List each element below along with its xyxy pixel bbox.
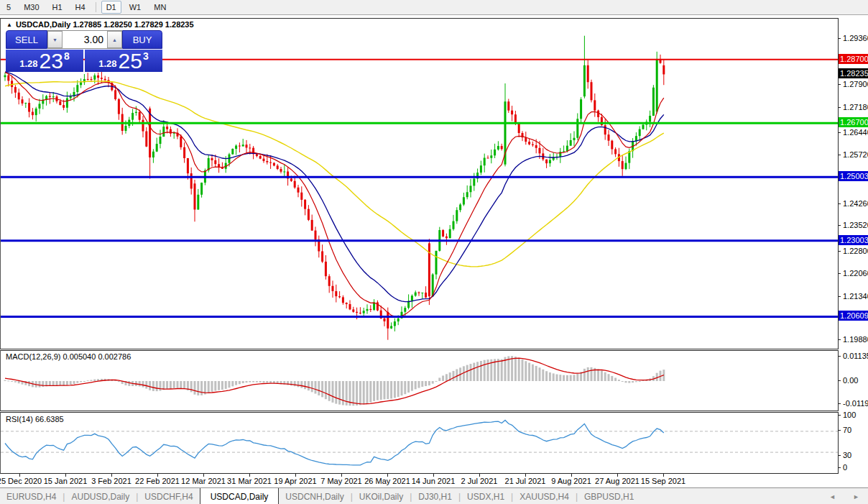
rsi-panel[interactable] — [0, 412, 839, 474]
chart-tab-gbpusd-h1[interactable]: GBPUSD,H1 — [578, 488, 640, 504]
macd-bar — [556, 375, 558, 381]
candle-body — [456, 210, 458, 221]
buy-price-button[interactable]: 1.28 25 3 — [85, 50, 162, 72]
price-tick — [838, 415, 841, 416]
chart-tab-eurusd-h4[interactable]: EURUSD,H4 — [0, 488, 63, 504]
candle-body — [649, 116, 651, 122]
candle-body — [639, 129, 641, 137]
ma-fast-line — [5, 73, 664, 317]
mt4-window: 5M30H1H4D1W1MN ▲USDCAD,Daily 1.27885 1.2… — [0, 0, 868, 504]
candle-body — [356, 312, 358, 313]
collapse-panel-icon[interactable]: ▲ — [6, 22, 12, 28]
timeframe-button-d1[interactable]: D1 — [101, 1, 121, 14]
date-axis[interactable]: 25 Dec 202015 Jan 20213 Feb 202122 Feb 2… — [0, 474, 839, 487]
candle-body — [93, 75, 96, 80]
timeframe-button-m30[interactable]: M30 — [19, 1, 44, 14]
macd-bar — [28, 381, 30, 386]
chart-tab-usdcad-daily[interactable]: USDCAD,Daily — [200, 488, 280, 504]
price-tick — [838, 225, 841, 226]
candle-body — [256, 154, 258, 156]
sell-button[interactable]: SELL — [6, 30, 47, 49]
chart-tab-dj30-h1[interactable]: DJ30,H1 — [412, 488, 458, 504]
candle-body — [283, 172, 285, 173]
candle-body — [152, 152, 154, 157]
sell-price-button[interactable]: 1.28 23 8 — [6, 50, 83, 72]
price-tick — [838, 430, 841, 431]
timeframe-button-w1[interactable]: W1 — [124, 1, 147, 14]
macd-bar — [384, 381, 386, 399]
macd-bar — [525, 361, 527, 381]
candle-body — [346, 303, 348, 304]
chart-tab-usdcnh-daily[interactable]: USDCNH,Daily — [279, 488, 350, 504]
macd-bar — [394, 381, 396, 398]
price-tick — [838, 467, 841, 468]
candle-body — [539, 148, 541, 154]
macd-bar — [397, 381, 400, 397]
one-click-trading-panel: SELL ▼ ▲ BUY 1.28 23 8 1.28 25 3 — [6, 30, 162, 72]
price-axis[interactable]: 1.293601.286401.279001.271801.264401.257… — [839, 15, 868, 475]
volume-decrease-button[interactable]: ▼ — [47, 31, 63, 48]
candle-body — [583, 65, 586, 96]
chart-title-text: USDCAD,Daily 1.27885 1.28250 1.27829 1.2… — [16, 20, 194, 29]
timeframe-button-mn[interactable]: MN — [149, 1, 171, 14]
macd-bar — [156, 381, 158, 391]
candle-body — [497, 146, 499, 150]
macd-bar — [300, 381, 303, 388]
chart-tab-ukoil-daily[interactable]: UKOil,Daily — [353, 488, 410, 504]
macd-bar — [473, 363, 475, 381]
date-label: 9 Aug 2021 — [551, 477, 591, 485]
candle-body — [614, 149, 617, 154]
macd-bar — [576, 374, 578, 381]
buy-button[interactable]: BUY — [122, 30, 162, 49]
volume-input[interactable] — [63, 31, 107, 48]
chart-tab-usdchf-h4[interactable]: USDCHF,H4 — [138, 488, 199, 504]
macd-bar — [591, 367, 593, 381]
volume-increase-button[interactable]: ▲ — [107, 31, 122, 48]
timeframe-button-5[interactable]: 5 — [1, 1, 16, 14]
chart-tab-xauusd-h4[interactable]: XAUUSD,H4 — [513, 488, 576, 504]
macd-bar — [256, 381, 258, 382]
candle-body — [315, 231, 317, 239]
macd-bar — [335, 381, 337, 404]
macd-bar — [480, 361, 482, 381]
candle-body — [359, 313, 361, 313]
macd-bar — [166, 381, 168, 389]
candle-body — [397, 319, 400, 321]
chart-tab-usdx-h1[interactable]: USDX,H1 — [461, 488, 511, 504]
timeframe-button-h4[interactable]: H4 — [70, 1, 91, 14]
candle-body — [7, 75, 9, 81]
macd-bar — [514, 357, 517, 381]
candle-body — [18, 93, 20, 100]
macd-bar — [4, 380, 6, 381]
tab-scroll-right-button[interactable]: ► — [853, 488, 859, 504]
tab-scroll-left-button[interactable]: ◄ — [829, 488, 836, 504]
macd-bar — [14, 381, 17, 382]
chart-tab-audusd-daily[interactable]: AUDUSD,Daily — [65, 488, 136, 504]
candle-body — [91, 79, 93, 80]
macd-bar — [318, 381, 320, 395]
candle-body — [573, 138, 576, 140]
macd-bar — [542, 370, 544, 381]
rsi-chart[interactable] — [1, 413, 838, 473]
macd-bar — [52, 381, 55, 385]
macd-bar — [611, 376, 613, 381]
timeframe-button-h1[interactable]: H1 — [47, 1, 68, 14]
macd-bar — [239, 381, 241, 384]
date-label: 26 May 2021 — [364, 477, 410, 485]
price-tick — [838, 273, 841, 274]
macd-bar — [522, 359, 524, 381]
macd-bar — [428, 381, 430, 385]
macd-bar — [632, 381, 634, 382]
price-label: 1.23520 — [843, 221, 868, 229]
macd-bar — [380, 381, 382, 400]
macd-bar — [432, 381, 434, 384]
price-badge: 1.28235 — [839, 68, 868, 78]
macd-bar — [553, 373, 555, 381]
macd-bar — [390, 381, 392, 399]
macd-bar — [614, 377, 617, 381]
candle-body — [453, 221, 455, 229]
macd-bar — [149, 381, 151, 390]
candle-body — [142, 120, 144, 132]
price-label: 1.27900 — [843, 80, 868, 88]
candle-body — [466, 192, 468, 197]
